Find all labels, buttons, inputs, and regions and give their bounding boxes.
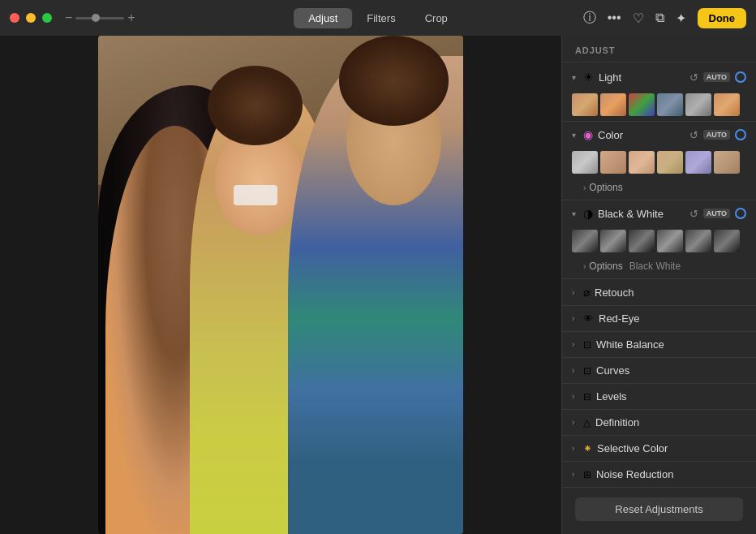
section-color: ▾ ◉ Color ↺ AUTO xyxy=(562,122,756,200)
titlebar: − + Adjust Filters Crop ⓘ ••• ♡ ⧉ ✦ Done xyxy=(0,0,756,36)
color-reset-icon[interactable]: ↺ xyxy=(689,129,698,141)
color-thumb-2[interactable] xyxy=(629,151,655,174)
bw-options-chevron-icon: › xyxy=(583,262,586,271)
selective-chevron-icon: › xyxy=(572,444,580,453)
color-thumb-0[interactable] xyxy=(572,151,598,174)
info-icon[interactable]: ⓘ xyxy=(583,10,596,27)
section-selective: › ⁕ Selective Color xyxy=(562,436,756,462)
retouch-label: Retouch xyxy=(595,286,746,299)
light-auto-badge[interactable]: AUTO xyxy=(703,72,730,82)
light-thumb-0[interactable] xyxy=(572,93,598,116)
color-options-label: Options xyxy=(589,182,622,193)
light-thumbnails xyxy=(562,90,756,121)
bw-thumb-5[interactable] xyxy=(714,230,740,252)
section-color-header[interactable]: ▾ ◉ Color ↺ AUTO xyxy=(562,122,756,148)
light-label: Light xyxy=(599,71,689,84)
bw-thumb-0[interactable] xyxy=(572,230,598,252)
section-redeye-header[interactable]: › 👁 Red-Eye xyxy=(562,306,756,331)
definition-icon: △ xyxy=(583,417,591,428)
light-thumb-5[interactable] xyxy=(714,93,740,116)
tab-adjust[interactable]: Adjust xyxy=(294,8,352,28)
levels-chevron-icon: › xyxy=(572,392,580,401)
color-thumb-5[interactable] xyxy=(714,151,740,174)
bw-reset-icon[interactable]: ↺ xyxy=(689,208,698,220)
bw-thumb-2[interactable] xyxy=(629,230,655,252)
definition-chevron-icon: › xyxy=(572,418,580,427)
section-definition-header[interactable]: › △ Definition xyxy=(562,410,756,435)
whitebalance-chevron-icon: › xyxy=(572,340,580,349)
scrollable-panel[interactable]: ▾ ☀ Light ↺ AUTO xyxy=(562,64,756,534)
color-chevron-icon: ▾ xyxy=(572,131,580,140)
bw-options-row[interactable]: › Options Black White xyxy=(562,257,756,278)
bw-thumb-4[interactable] xyxy=(685,230,711,252)
done-button[interactable]: Done xyxy=(698,8,747,28)
color-thumb-1[interactable] xyxy=(600,151,626,174)
minimize-button[interactable] xyxy=(26,13,36,23)
color-thumb-4[interactable] xyxy=(685,151,711,174)
zoom-in-button[interactable]: + xyxy=(127,11,135,25)
maximize-button[interactable] xyxy=(42,13,52,23)
bw-options-sub: Black White xyxy=(629,261,681,272)
color-auto-badge[interactable]: AUTO xyxy=(703,130,730,140)
section-bw-header[interactable]: ▾ ◑ Black & White ↺ AUTO xyxy=(562,200,756,226)
section-curves-header[interactable]: › ⊡ Curves xyxy=(562,358,756,383)
bw-thumb-1[interactable] xyxy=(600,230,626,252)
light-reset-icon[interactable]: ↺ xyxy=(689,71,698,84)
curves-chevron-icon: › xyxy=(572,366,580,375)
share-icon[interactable]: ✦ xyxy=(676,11,686,26)
close-button[interactable] xyxy=(10,13,19,23)
section-levels-header[interactable]: › ⊟ Levels xyxy=(562,384,756,409)
selective-icon: ⁕ xyxy=(583,442,592,454)
bw-thumb-3[interactable] xyxy=(657,230,683,252)
definition-label: Definition xyxy=(595,416,746,428)
redeye-icon: 👁 xyxy=(583,312,594,325)
tab-group: Adjust Filters Crop xyxy=(294,8,462,28)
section-selective-header[interactable]: › ⁕ Selective Color xyxy=(562,436,756,461)
zoom-slider-thumb xyxy=(92,14,100,22)
light-chevron-icon: ▾ xyxy=(572,73,580,82)
bw-options-label: Options xyxy=(589,261,622,272)
right-panel: ADJUST ▾ ☀ Light ↺ AUTO xyxy=(561,36,756,534)
light-thumb-2[interactable] xyxy=(629,93,655,116)
color-thumb-3[interactable] xyxy=(657,151,683,174)
section-divider-top xyxy=(562,62,756,62)
whitebalance-label: White Balance xyxy=(596,338,746,351)
light-thumb-1[interactable] xyxy=(600,93,626,116)
more-icon[interactable]: ••• xyxy=(608,11,621,25)
photo-area xyxy=(0,36,561,534)
bw-auto-badge[interactable]: AUTO xyxy=(703,209,730,218)
color-options-chevron-icon: › xyxy=(583,183,586,192)
retouch-chevron-icon: › xyxy=(572,288,580,297)
light-toggle[interactable] xyxy=(735,71,746,83)
curves-icon: ⊡ xyxy=(583,365,591,377)
light-controls: ↺ AUTO xyxy=(689,71,746,84)
section-whitebalance-header[interactable]: › ⊡ White Balance xyxy=(562,332,756,357)
reset-adjustments-button[interactable]: Reset Adjustments xyxy=(575,497,743,521)
crop-icon[interactable]: ⧉ xyxy=(655,11,664,25)
color-options-row[interactable]: › Options xyxy=(562,179,756,200)
color-toggle[interactable] xyxy=(735,129,746,140)
redeye-chevron-icon: › xyxy=(572,314,580,323)
bw-toggle[interactable] xyxy=(735,208,746,219)
section-light-header[interactable]: ▾ ☀ Light ↺ AUTO xyxy=(562,64,756,90)
bw-controls: ↺ AUTO xyxy=(689,208,746,220)
section-retouch-header[interactable]: › ⌀ Retouch xyxy=(562,279,756,305)
section-curves: › ⊡ Curves xyxy=(562,358,756,384)
favorite-icon[interactable]: ♡ xyxy=(633,11,644,26)
photo-selfie xyxy=(98,36,463,534)
light-sun-icon: ☀ xyxy=(583,71,594,84)
tab-filters[interactable]: Filters xyxy=(352,8,410,28)
levels-icon: ⊟ xyxy=(583,391,591,403)
section-noise-header[interactable]: › ⊞ Noise Reduction xyxy=(562,462,756,487)
zoom-out-button[interactable]: − xyxy=(65,11,72,25)
curves-label: Curves xyxy=(596,364,746,377)
noise-label: Noise Reduction xyxy=(596,468,746,480)
traffic-lights xyxy=(10,13,52,23)
light-thumb-4[interactable] xyxy=(685,93,711,116)
light-thumb-3[interactable] xyxy=(657,93,683,116)
section-light: ▾ ☀ Light ↺ AUTO xyxy=(562,64,756,122)
tab-crop[interactable]: Crop xyxy=(410,8,462,28)
levels-label: Levels xyxy=(596,390,746,403)
zoom-slider[interactable] xyxy=(75,17,124,19)
section-retouch: › ⌀ Retouch xyxy=(562,279,756,306)
